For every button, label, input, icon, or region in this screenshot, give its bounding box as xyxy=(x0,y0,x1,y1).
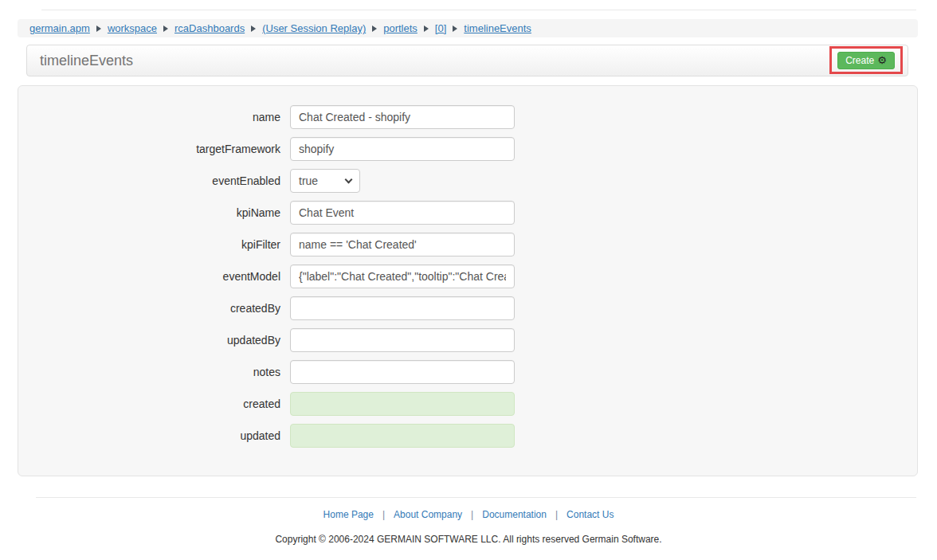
footer-link[interactable]: Home Page xyxy=(323,509,374,520)
timeline-events-form: nametargetFrameworkeventEnabledtruekpiNa… xyxy=(18,85,918,476)
breadcrumb: germain.apmworkspacercaDashboards(User S… xyxy=(18,19,918,37)
chevron-down-icon xyxy=(345,175,353,183)
breadcrumb-link[interactable]: (User Session Replay) xyxy=(262,22,366,34)
page-title: timelineEvents xyxy=(27,53,133,69)
form-row: notes xyxy=(18,360,917,384)
field-label-updatedBy: updatedBy xyxy=(18,334,290,347)
footer-link-separator: | xyxy=(555,509,558,520)
chevron-right-icon xyxy=(453,25,457,32)
chevron-right-icon xyxy=(163,25,168,32)
form-row: created xyxy=(18,392,917,416)
gear-icon: ⚙ xyxy=(877,55,887,65)
footer-divider xyxy=(36,497,916,498)
form-row: targetFramework xyxy=(18,137,917,161)
field-label-notes: notes xyxy=(18,366,290,378)
form-row: kpiName xyxy=(18,201,917,225)
form-row: updatedBy xyxy=(18,328,917,352)
chevron-right-icon xyxy=(251,25,256,32)
form-row: eventModel xyxy=(18,264,917,288)
field-input-created xyxy=(290,392,515,416)
footer-link-separator: | xyxy=(382,509,385,520)
footer-link[interactable]: About Company xyxy=(394,509,462,520)
footer-link[interactable]: Documentation xyxy=(482,509,547,520)
field-label-kpiFilter: kpiFilter xyxy=(18,238,290,251)
field-label-updated: updated xyxy=(18,429,290,442)
breadcrumb-link[interactable]: germain.apm xyxy=(29,22,90,34)
form-row: createdBy xyxy=(18,296,917,320)
copyright-text: Copyright © 2006-2024 GERMAIN SOFTWARE L… xyxy=(0,534,937,545)
breadcrumb-link[interactable]: workspace xyxy=(108,22,157,34)
field-input-notes[interactable] xyxy=(290,360,515,384)
field-input-kpiName[interactable] xyxy=(290,201,515,225)
field-label-eventModel: eventModel xyxy=(18,270,290,283)
footer-link-separator: | xyxy=(471,509,473,520)
field-label-targetFramework: targetFramework xyxy=(18,143,290,155)
breadcrumb-link[interactable]: rcaDashboards xyxy=(174,22,245,34)
field-label-eventEnabled: eventEnabled xyxy=(18,174,290,187)
chevron-right-icon xyxy=(372,25,377,32)
field-input-name[interactable] xyxy=(290,105,515,129)
select-value: true xyxy=(299,174,318,187)
field-select-eventEnabled[interactable]: true xyxy=(290,169,360,193)
field-input-updated xyxy=(290,424,515,448)
breadcrumb-link[interactable]: [0] xyxy=(435,22,446,34)
field-label-name: name xyxy=(18,111,290,123)
chevron-right-icon xyxy=(424,25,429,32)
field-input-targetFramework[interactable] xyxy=(290,137,515,161)
footer-link[interactable]: Contact Us xyxy=(567,509,614,520)
chevron-right-icon xyxy=(96,25,101,32)
field-input-createdBy[interactable] xyxy=(290,296,515,320)
page-header-panel: timelineEvents Create ⚙ xyxy=(26,45,908,76)
highlight-annotation-box: Create ⚙ xyxy=(829,46,903,74)
field-input-eventModel[interactable] xyxy=(290,264,515,288)
field-input-updatedBy[interactable] xyxy=(290,328,515,352)
form-row: kpiFilter xyxy=(18,233,917,257)
field-label-kpiName: kpiName xyxy=(18,206,290,219)
create-button[interactable]: Create ⚙ xyxy=(837,52,895,69)
field-label-created: created xyxy=(18,397,290,410)
footer-links: Home Page|About Company|Documentation|Co… xyxy=(0,509,937,520)
form-row: updated xyxy=(18,424,917,448)
breadcrumb-link[interactable]: timelineEvents xyxy=(464,22,531,34)
create-button-label: Create xyxy=(845,55,874,66)
field-input-kpiFilter[interactable] xyxy=(290,233,515,257)
top-divider xyxy=(41,10,916,10)
breadcrumb-link[interactable]: portlets xyxy=(383,22,418,34)
form-row: eventEnabledtrue xyxy=(18,169,917,193)
field-label-createdBy: createdBy xyxy=(18,302,290,315)
form-row: name xyxy=(18,105,917,129)
